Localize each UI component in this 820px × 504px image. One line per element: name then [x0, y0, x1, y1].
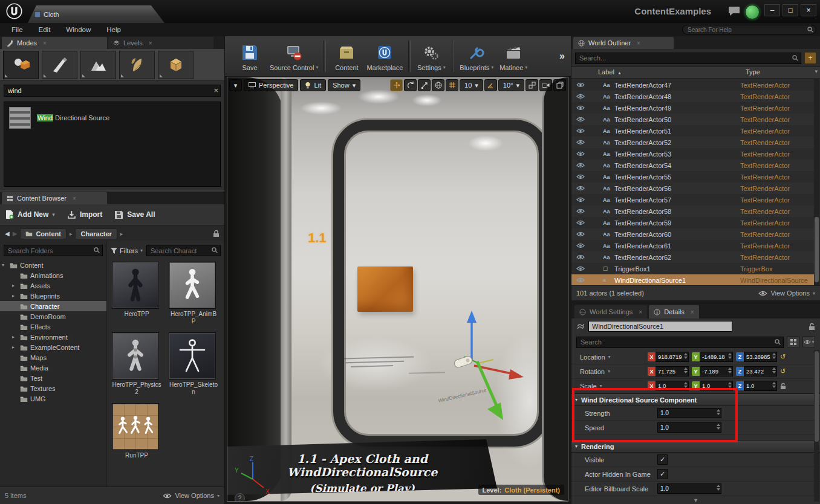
- view-options-button[interactable]: View Options: [758, 289, 815, 297]
- column-filter-icon[interactable]: [815, 68, 818, 74]
- asset-item[interactable]: HeroTPP: [112, 262, 161, 325]
- folder-tree-item[interactable]: Animations: [0, 270, 106, 280]
- outliner-row[interactable]: Aa TextRenderActor58 TextRenderActor: [571, 205, 814, 217]
- camera-speed-button[interactable]: [539, 79, 552, 91]
- visibility-toggle[interactable]: [576, 196, 587, 204]
- folder-tree-item[interactable]: Test: [0, 373, 106, 383]
- expand-arrow-icon[interactable]: [12, 334, 18, 340]
- folder-tree-item[interactable]: Blueprints: [0, 291, 106, 301]
- scale-x-field[interactable]: X1.0: [648, 381, 689, 391]
- outliner-row[interactable]: Aa TextRenderActor51 TextRenderActor: [571, 125, 814, 137]
- outliner-row[interactable]: Aa TextRenderActor48 TextRenderActor: [571, 91, 814, 102]
- reset-to-default-icon[interactable]: [780, 367, 786, 375]
- value-spinner[interactable]: [684, 382, 688, 388]
- source-control-button[interactable]: Source Control: [267, 42, 321, 71]
- value-spinner[interactable]: [717, 424, 720, 430]
- collapse-arrow-icon[interactable]: [575, 444, 578, 449]
- location-y-value[interactable]: -1489.18: [702, 354, 725, 360]
- tab-modes[interactable]: Modes: [2, 37, 107, 49]
- location-y-field[interactable]: Y-1489.18: [692, 352, 733, 362]
- close-tab-icon[interactable]: [691, 309, 694, 315]
- menu-item[interactable]: File: [4, 26, 31, 33]
- wind-directional-source-result[interactable]: Wind Directional Source: [4, 102, 220, 134]
- visibility-toggle[interactable]: [576, 128, 587, 135]
- visible-checkbox[interactable]: [657, 454, 668, 465]
- tab-levels[interactable]: Levels: [108, 37, 213, 49]
- folder-tree-item[interactable]: Content: [0, 260, 106, 270]
- outliner-row[interactable]: Aa TextRenderActor54 TextRenderActor: [571, 160, 814, 171]
- visibility-toggle[interactable]: [576, 173, 587, 181]
- visibility-toggle[interactable]: [576, 105, 587, 112]
- details-search-input[interactable]: [576, 337, 784, 348]
- lock-icon[interactable]: [213, 230, 220, 237]
- expand-arrow-icon[interactable]: [2, 262, 7, 268]
- mode-place-button[interactable]: [3, 51, 39, 79]
- location-z-field[interactable]: Z53.28985: [736, 352, 777, 362]
- asset-item[interactable]: HeroTPP_AnimBP: [169, 262, 218, 325]
- mode-geometry-button[interactable]: [158, 51, 194, 79]
- speed-field[interactable]: 1.0: [657, 422, 721, 433]
- visibility-toggle[interactable]: [576, 265, 587, 273]
- add-new-button[interactable]: Add New: [5, 210, 55, 219]
- close-button[interactable]: [801, 4, 816, 16]
- rotation-y-field[interactable]: Y-7.189: [692, 366, 733, 376]
- maximize-viewport-button[interactable]: [553, 79, 566, 91]
- actor-name-field[interactable]: [588, 321, 732, 332]
- scale-snap-toggle[interactable]: [526, 79, 538, 91]
- close-tab-icon[interactable]: [637, 40, 640, 47]
- feedback-chat-icon[interactable]: [728, 6, 740, 16]
- visibility-toggle[interactable]: [576, 242, 587, 250]
- rotation-z-field[interactable]: Z23.472: [736, 366, 777, 376]
- translate-tool-button[interactable]: [390, 79, 403, 91]
- wind-component-section-header[interactable]: Wind Directional Source Component: [571, 393, 820, 406]
- strength-value[interactable]: 1.0: [660, 410, 669, 416]
- folder-tree-item[interactable]: ExampleContent: [0, 342, 106, 352]
- location-z-value[interactable]: 53.28985: [746, 354, 770, 360]
- matinee-button[interactable]: Matinee: [496, 42, 531, 71]
- close-tab-icon[interactable]: [73, 195, 76, 202]
- outliner-scrollbar[interactable]: [814, 79, 819, 286]
- community-status-icon[interactable]: [745, 5, 760, 19]
- type-column-header[interactable]: Type: [746, 68, 760, 76]
- rendering-section-header[interactable]: Rendering: [571, 440, 820, 453]
- lit-mode-button[interactable]: Lit: [300, 79, 326, 91]
- perspective-button[interactable]: Perspective: [244, 79, 298, 91]
- outliner-row[interactable]: ≈ WindDirectionalSource1 WindDirectional…: [571, 274, 814, 286]
- close-tab-icon[interactable]: [639, 309, 642, 315]
- scale-y-value[interactable]: 1.0: [702, 383, 710, 389]
- reset-to-default-icon[interactable]: [780, 353, 786, 361]
- visibility-toggle[interactable]: [576, 254, 587, 261]
- billboard-scale-value[interactable]: 1.0: [660, 485, 669, 492]
- outliner-row[interactable]: Aa TextRenderActor62 TextRenderActor: [571, 251, 814, 263]
- visibility-toggle[interactable]: [576, 139, 587, 146]
- menu-item[interactable]: Window: [58, 26, 99, 33]
- gizmo-z-arrowhead[interactable]: [467, 311, 477, 323]
- visibility-toggle[interactable]: [576, 208, 587, 215]
- outliner-row[interactable]: Aa TextRenderActor55 TextRenderActor: [571, 171, 814, 183]
- tab-details[interactable]: Details: [649, 305, 698, 318]
- show-flags-button[interactable]: Show: [328, 79, 360, 91]
- value-spinner[interactable]: [772, 367, 776, 373]
- collapse-arrow-icon[interactable]: [575, 397, 578, 402]
- toolbar-overflow-button[interactable]: [559, 51, 565, 62]
- value-spinner[interactable]: [717, 409, 720, 415]
- outliner-row[interactable]: Aa TextRenderActor59 TextRenderActor: [571, 217, 814, 228]
- visibility-toggle[interactable]: [576, 185, 587, 192]
- scale-z-field[interactable]: Z1.0: [736, 381, 777, 391]
- scrollbar-thumb[interactable]: [815, 217, 819, 282]
- scale-z-value[interactable]: 1.0: [746, 383, 754, 389]
- scale-tool-button[interactable]: [418, 79, 431, 91]
- clear-search-icon[interactable]: [213, 86, 218, 95]
- folder-tree-item[interactable]: Maps: [0, 352, 106, 363]
- scale-x-value[interactable]: 1.0: [658, 383, 666, 389]
- strength-field[interactable]: 1.0: [657, 408, 721, 418]
- viewport-options-button[interactable]: [229, 79, 242, 91]
- folder-tree-item[interactable]: Effects: [0, 321, 106, 332]
- tab-content-browser[interactable]: Content Browser: [2, 192, 107, 204]
- content-button[interactable]: Content: [329, 42, 364, 71]
- folder-tree-item[interactable]: Environment: [0, 332, 106, 342]
- visibility-toggle[interactable]: [576, 150, 587, 158]
- filters-button[interactable]: Filters: [111, 247, 143, 254]
- tab-world-outliner[interactable]: World Outliner: [573, 37, 674, 49]
- rotation-z-value[interactable]: 23.472: [746, 368, 764, 375]
